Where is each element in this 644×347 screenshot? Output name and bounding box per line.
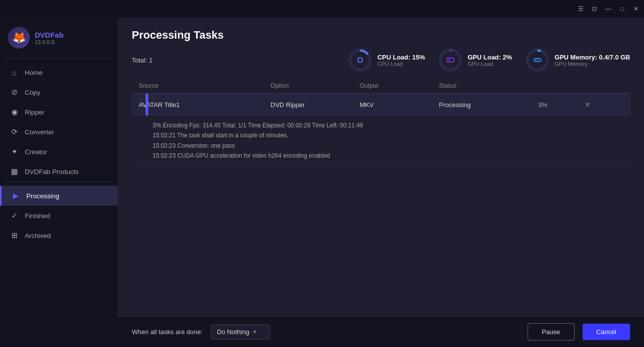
col-status: Status (439, 82, 538, 89)
finished-icon: ✓ (10, 211, 19, 220)
gpu-icon (442, 52, 459, 68)
sidebar-label-ripper: Ripper (25, 109, 45, 116)
col-option: Option (270, 82, 360, 89)
archived-icon: ⊞ (10, 231, 19, 240)
memory-icon (529, 52, 546, 68)
log-line-3: 15:02:23 CUDA GPU acceleration for video… (153, 151, 616, 161)
sidebar-divider-2 (6, 181, 112, 182)
creator-icon: ✦ (10, 147, 19, 156)
sidebar-label-products: DVDFab Products (25, 168, 79, 175)
task-row-wrapper: AVATAR Title1 DVD Ripper MKV Processing … (132, 94, 630, 167)
processing-icon: ▶ (11, 191, 20, 200)
remove-task-button[interactable]: ✕ (578, 101, 597, 109)
cpu-stat-card: CPU Load: 15% CPU Load (349, 49, 425, 71)
log-area: 3% Encoding Fps: 314.45 Total: 1/1 Time … (132, 116, 630, 166)
main-layout: 🦊 DVDFab 13.0.0.0 ⌂ Home ⊘ Copy ◉ Ripper… (0, 18, 644, 347)
col-percent (538, 82, 578, 89)
page-title: Processing Tasks (132, 29, 630, 42)
logo-icon: 🦊 (8, 27, 30, 49)
sidebar-item-dvdfab-products[interactable]: ▦ DVDFab Products (0, 162, 118, 181)
table-row: AVATAR Title1 DVD Ripper MKV Processing … (132, 94, 630, 116)
cpu-info: CPU Load: 15% CPU Load (377, 54, 425, 67)
title-bar: ☰ ⊡ — □ ✕ (0, 0, 644, 18)
gpu-info: GPU Load: 2% GPU Load (468, 54, 512, 67)
sidebar-label-finished: Finished (25, 212, 50, 220)
col-source: Source (132, 82, 270, 89)
sidebar-item-home[interactable]: ⌂ Home (0, 63, 118, 82)
cpu-icon (352, 52, 369, 68)
pin-btn[interactable]: ⊡ (590, 5, 598, 13)
memory-stat-card: GPU Memory: 0.4/7.0 GB GPU Memory (526, 49, 630, 71)
dropdown-value: Do Nothing (217, 328, 249, 336)
logo-text: DVDFab 13.0.0.0 (35, 31, 63, 45)
sidebar-label-processing: Processing (26, 192, 59, 200)
sidebar-label-converter: Converter (25, 128, 54, 136)
app-logo: 🦊 DVDFab 13.0.0.0 (0, 18, 118, 58)
chevron-down-icon: ▼ (252, 329, 257, 335)
log-line-1: 15:02:21 The task shall start in a coupl… (153, 130, 616, 140)
pause-button[interactable]: Pause (528, 323, 575, 341)
sidebar-label-home: Home (25, 69, 43, 76)
svg-rect-10 (448, 59, 450, 61)
converter-icon: ⟳ (10, 127, 19, 136)
col-action (578, 82, 597, 89)
task-table: Source Option Output Status AVATAR Title… (118, 78, 644, 316)
copy-icon: ⊘ (10, 88, 19, 97)
table-header: Source Option Output Status (132, 78, 630, 94)
close-btn[interactable]: ✕ (632, 5, 640, 13)
sidebar: 🦊 DVDFab 13.0.0.0 ⌂ Home ⊘ Copy ◉ Ripper… (0, 18, 118, 347)
gpu-ring (439, 49, 462, 71)
app-version: 13.0.0.0 (35, 39, 63, 45)
source-value: AVATAR Title1 (139, 101, 180, 109)
title-bar-controls: ☰ ⊡ — □ ✕ (577, 5, 640, 13)
task-done-dropdown[interactable]: Do Nothing ▼ (211, 324, 270, 340)
sidebar-divider (6, 58, 112, 59)
svg-rect-9 (447, 58, 454, 62)
svg-rect-14 (534, 58, 541, 61)
memory-ring (526, 49, 549, 71)
home-icon: ⌂ (10, 68, 19, 77)
memory-info: GPU Memory: 0.4/7.0 GB GPU Memory (555, 54, 630, 67)
sidebar-item-creator[interactable]: ✦ Creator (0, 142, 118, 162)
percent-cell: 3% (538, 101, 578, 109)
output-cell: MKV (360, 101, 439, 109)
log-line-2: 15:02:23 Conversion: one pass (153, 141, 616, 151)
sidebar-item-converter[interactable]: ⟳ Converter (0, 122, 118, 142)
ripper-icon: ◉ (10, 108, 19, 116)
sidebar-item-copy[interactable]: ⊘ Copy (0, 82, 118, 102)
settings-btn[interactable]: ☰ (577, 5, 585, 13)
status-cell: Processing (439, 101, 538, 109)
sidebar-item-ripper[interactable]: ◉ Ripper (0, 102, 118, 122)
cpu-value: CPU Load: 15% (377, 54, 425, 61)
minimize-btn[interactable]: — (604, 5, 612, 13)
maximize-btn[interactable]: □ (618, 5, 626, 13)
total-label: Total: 1 (132, 57, 335, 64)
sidebar-label-archived: Archived (25, 232, 51, 239)
products-icon: ▦ (10, 167, 19, 176)
memory-value: GPU Memory: 0.4/7.0 GB (555, 54, 630, 61)
log-line-0: 3% Encoding Fps: 314.45 Total: 1/1 Time … (153, 120, 616, 130)
when-label: When all tasks are done: (132, 328, 203, 336)
content-header: Processing Tasks Total: 1 (118, 18, 644, 78)
app-name: DVDFab (35, 31, 63, 39)
bottom-bar: When all tasks are done: Do Nothing ▼ Pa… (118, 316, 644, 347)
option-cell: DVD Ripper (270, 101, 360, 109)
sidebar-label-creator: Creator (25, 148, 47, 156)
svg-rect-0 (358, 58, 362, 62)
header-stats: Total: 1 (132, 49, 630, 71)
gpu-label: GPU Load (468, 61, 512, 67)
cpu-ring (349, 49, 372, 71)
sidebar-item-archived[interactable]: ⊞ Archived (0, 226, 118, 245)
sidebar-item-processing[interactable]: ▶ Processing (0, 186, 118, 206)
sidebar-item-finished[interactable]: ✓ Finished (0, 206, 118, 226)
cancel-button[interactable]: Cancel (583, 324, 630, 340)
memory-label: GPU Memory (555, 61, 630, 67)
gpu-stat-card: GPU Load: 2% GPU Load (439, 49, 512, 71)
sidebar-label-copy: Copy (25, 89, 41, 96)
col-output: Output (360, 82, 439, 89)
cpu-label: CPU Load (377, 61, 425, 67)
row-indicator (146, 94, 148, 116)
source-cell: AVATAR Title1 (132, 101, 270, 109)
gpu-value: GPU Load: 2% (468, 54, 512, 61)
content-area: Processing Tasks Total: 1 (118, 18, 644, 347)
